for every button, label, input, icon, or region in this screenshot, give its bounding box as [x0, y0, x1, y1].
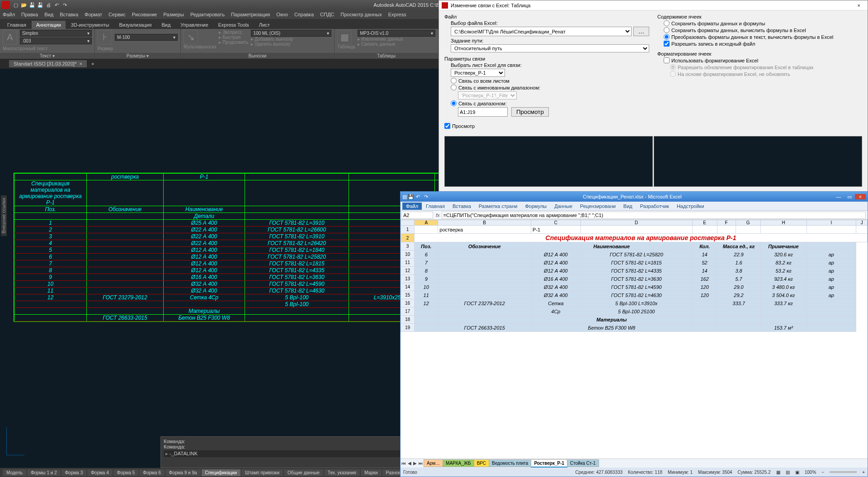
sheet-nav-prev-icon[interactable]: ◀ [407, 461, 412, 466]
menu-Параметризация[interactable]: Параметризация [231, 12, 270, 17]
excel-tab[interactable]: Вставка [449, 203, 475, 210]
excel-tab[interactable]: Разработчик [637, 203, 673, 210]
plot-icon[interactable]: 🖨 [45, 1, 52, 9]
menu-Express[interactable]: Express [388, 12, 406, 17]
menu-Окно[interactable]: Окно [276, 12, 288, 17]
menu-Справка[interactable]: Справка [294, 12, 314, 17]
close-icon[interactable]: × [853, 3, 865, 8]
preview-checkbox[interactable] [444, 123, 450, 129]
zoom-slider[interactable] [830, 471, 857, 473]
mtext-icon[interactable]: A [3, 30, 17, 44]
redo-icon[interactable]: ↷ [424, 194, 430, 200]
close-icon[interactable]: × [855, 194, 866, 199]
excel-titlebar[interactable]: ▧ 💾↶↷ Спецификации_Ренат.xlsx - Microsof… [401, 192, 868, 202]
dim-style-combo[interactable]: M-100▾ [115, 34, 178, 41]
view-normal-icon[interactable]: ▦ [776, 470, 780, 475]
excel-ribbon-tabs[interactable]: ФайлГлавнаяВставкаРазметка страниФормулы… [401, 202, 868, 211]
ribbon-tab[interactable]: Express Tools [214, 21, 254, 29]
sheet-tab[interactable]: Стойка Ст-1 [567, 459, 599, 467]
undo-icon[interactable]: ↶ [416, 194, 422, 200]
minimize-icon[interactable]: — [833, 194, 844, 199]
mleader-style-combo[interactable]: 100 ML (OIS)▾ [251, 30, 331, 37]
dim-icon[interactable]: ⊦ [98, 30, 112, 44]
radio-convert-text[interactable] [664, 34, 670, 40]
sheet-nav-last-icon[interactable]: ⏭ [418, 461, 424, 466]
path-type-select[interactable]: Относительный путь [451, 44, 649, 52]
menu-Вставка[interactable]: Вставка [60, 12, 78, 17]
excel-tab[interactable]: Данные [551, 203, 576, 210]
panel-dim-name[interactable]: Размеры ▾ [95, 53, 180, 59]
menu-Вид[interactable]: Вид [44, 12, 53, 17]
name-box[interactable] [401, 212, 433, 219]
preview-button[interactable]: Просмотр [511, 107, 549, 117]
layout-tab[interactable]: Модель [3, 469, 26, 476]
excel-tab[interactable]: Формулы [521, 203, 550, 210]
table-icon[interactable]: ▦ [337, 30, 352, 44]
view-break-icon[interactable]: ▣ [795, 470, 799, 475]
ribbon-tab[interactable]: Лист [255, 21, 274, 29]
zoom-in-icon[interactable]: + [862, 470, 865, 475]
ribbon-tab[interactable]: Вид [157, 21, 175, 29]
excel-tab[interactable]: Вид [620, 203, 636, 210]
menu-Рисование[interactable]: Рисование [132, 12, 157, 17]
close-icon[interactable]: × [79, 61, 82, 66]
sheet-tab[interactable]: МАРКА_ЖБ [443, 459, 474, 467]
view-layout-icon[interactable]: ▤ [786, 470, 790, 475]
fx-icon[interactable]: fx [434, 213, 442, 218]
browse-button[interactable]: … [633, 27, 649, 36]
command-input[interactable]: -_DATALINK [170, 451, 198, 456]
panel-table-name[interactable]: Таблицы [335, 53, 438, 59]
layout-tab[interactable]: Общие данные [284, 469, 323, 476]
excel-tab[interactable]: Файл [402, 203, 422, 210]
allow-write-checkbox[interactable] [664, 41, 670, 47]
radio-keep-format-calc[interactable] [664, 27, 670, 33]
excel-tab[interactable]: Надстройки [673, 203, 708, 210]
text-height-combo[interactable]: .003▾ [20, 38, 92, 44]
maximize-icon[interactable]: ▭ [844, 194, 855, 200]
ribbon-tab[interactable]: Главная [3, 21, 31, 29]
worksheet-grid[interactable]: ABCDEFGHIJ1ростверкаР-12Спецификация мат… [401, 220, 868, 458]
mleader-icon[interactable]: ↘ [184, 30, 198, 44]
sheet-nav-next-icon[interactable]: ▶ [412, 461, 418, 466]
menu-Правка[interactable]: Правка [21, 12, 38, 17]
doc-tab[interactable]: Standart ISSO [31.03.2020]*× [9, 60, 87, 67]
save-icon[interactable]: 💾 [408, 194, 414, 200]
dialog-titlebar[interactable]: Изменение связи с Excel: Таблица × [439, 0, 868, 10]
file-path-select[interactable]: C:\Всякое\МГТ\Для Лёши\Спецификации_Рена… [451, 27, 632, 36]
menu-Просмотр данных[interactable]: Просмотр данных [340, 12, 382, 17]
sheet-tab[interactable]: Ростверк_Р-1 [531, 459, 567, 468]
menu-Сервис[interactable]: Сервис [108, 12, 126, 17]
layout-tab[interactable]: Штамп привязки [241, 469, 283, 476]
text-style-combo[interactable]: Simplex▾ [20, 30, 92, 37]
sheet-tab[interactable]: Ведомость плита [489, 459, 531, 467]
ribbon-tab[interactable]: 3D-инструменты [66, 21, 114, 29]
panel-leader-name[interactable]: Выноски [181, 53, 334, 59]
use-excel-format-checkbox[interactable] [664, 57, 670, 63]
layout-tab[interactable]: Марки [361, 469, 382, 476]
excel-tab[interactable]: Главная [422, 203, 448, 210]
menu-Редактировать[interactable]: Редактировать [190, 12, 225, 17]
menu-Формат[interactable]: Формат [85, 12, 102, 17]
radio-named-range[interactable] [451, 85, 457, 90]
menu-Файл[interactable]: Файл [3, 12, 15, 17]
layout-tab[interactable]: Спецификации [202, 469, 241, 476]
sheet-tabs[interactable]: ⏮ ◀ ▶ ⏭ Арм…МАРКА_ЖБВРСВедомость плитаРо… [401, 458, 868, 468]
xref-palette-tab[interactable]: Внешние ссылки [1, 195, 7, 236]
layout-tab[interactable]: Форма 6 [139, 469, 165, 476]
add-tab-icon[interactable]: + [89, 61, 97, 66]
layout-tab[interactable]: Форма 3 [61, 469, 87, 476]
excel-tab[interactable]: Рецензировани [576, 203, 619, 210]
undo-icon[interactable]: ↶ [53, 1, 60, 9]
radio-cell-range[interactable] [451, 100, 457, 106]
formula-input[interactable] [442, 212, 866, 219]
open-icon[interactable]: 📂 [20, 1, 28, 9]
sheet-nav-first-icon[interactable]: ⏮ [401, 461, 407, 466]
ribbon-tab[interactable]: Аннотации [32, 21, 66, 29]
panel-text-name[interactable]: Текст ▾ [0, 53, 94, 59]
menu-Размеры[interactable]: Размеры [163, 12, 184, 17]
ribbon-tab[interactable]: Управление [176, 21, 212, 29]
layout-tab[interactable]: Тех. указания [324, 469, 360, 476]
menu-СПДС[interactable]: СПДС [320, 12, 334, 17]
radio-whole-sheet[interactable] [451, 78, 457, 84]
ribbon-tab[interactable]: Визуализация [114, 21, 156, 29]
